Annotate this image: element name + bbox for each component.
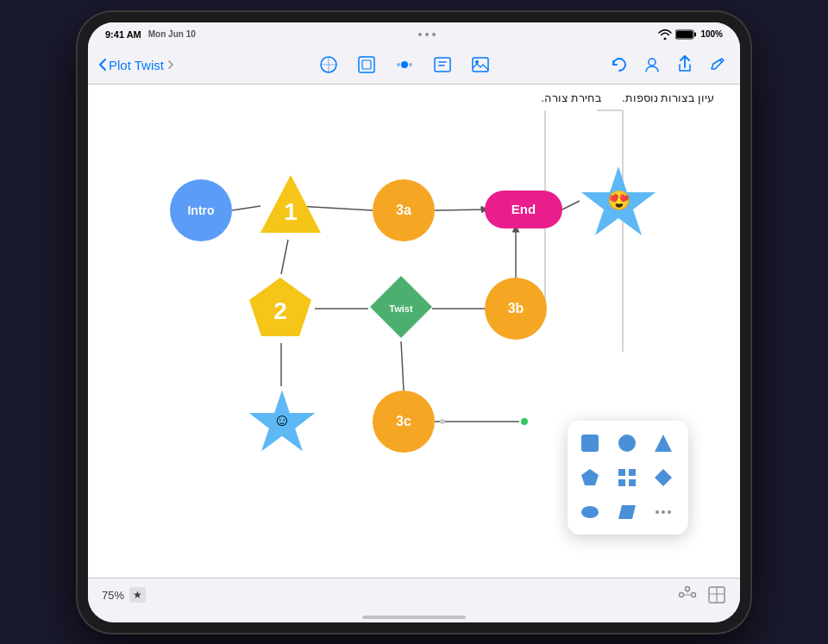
image-tool-button[interactable] [468,53,492,77]
more-picker-icon [653,502,674,522]
shape-picker-square[interactable] [576,429,604,457]
status-center [418,33,436,36]
svg-line-21 [281,240,288,274]
zoom-icon: ★ [133,589,142,601]
triangle-shape: 1 [256,171,325,240]
connection-dot-gray [440,419,445,424]
zoom-controls[interactable]: 75% ★ [102,587,146,603]
node3c-circle[interactable]: 3c [373,391,435,453]
svg-rect-41 [629,469,636,476]
shape-picker-more[interactable] [649,498,677,526]
svg-line-26 [401,341,404,391]
svg-point-6 [401,61,408,68]
intro-label: Intro [187,203,214,217]
ipad-screen: 9:41 AM Mon Jun 10 [88,22,740,622]
svg-rect-4 [359,57,374,72]
3c-label: 3c [396,414,411,429]
svg-point-47 [656,510,659,514]
pentagon-shape: 2 [246,274,315,343]
end-label: End [511,202,536,216]
svg-point-8 [409,63,412,66]
status-left: 9:41 AM Mon Jun 10 [105,29,196,40]
star-right-node[interactable]: 😍 [580,162,657,240]
edit-icon [708,55,727,74]
wifi-icon [658,29,672,40]
svg-line-19 [435,209,485,210]
annotation-right: עיון בצורות נוספות. [622,91,714,105]
svg-point-37 [618,435,636,452]
layout-icon[interactable] [707,585,726,604]
canvas-area[interactable]: עיון בצורות נוספות. בחירת צורה. [88,84,740,578]
node3a-circle[interactable]: 3a [373,179,435,241]
back-chevron-icon [98,58,107,72]
svg-text:2: 2 [273,297,287,324]
edit-button[interactable] [706,53,730,77]
node1-triangle[interactable]: 1 [256,171,325,240]
svg-point-7 [397,63,400,66]
bottom-bar: 75% ★ [88,578,740,612]
collab-button[interactable] [640,53,664,77]
triangle-picker-icon [653,433,674,453]
star-left-node[interactable]: ☺️ [248,386,317,455]
status-bar: 9:41 AM Mon Jun 10 [88,22,740,47]
3b-label: 3b [508,301,524,316]
svg-rect-1 [694,32,696,36]
intro-node[interactable]: Intro [170,179,232,241]
zoom-percentage: 75% [102,589,124,602]
svg-point-48 [662,510,665,514]
svg-rect-43 [629,479,636,486]
toolbar-left: Plot Twist [98,58,202,72]
svg-rect-42 [618,479,625,486]
battery-pct: 100% [700,29,723,39]
svg-text:1: 1 [284,198,298,225]
3a-label: 3a [396,203,411,218]
share-icon [675,55,694,74]
status-right: 100% [658,29,723,40]
svg-rect-9 [435,58,450,72]
connect-icon[interactable] [678,585,697,604]
twist-diamond[interactable]: Twist [368,274,434,340]
grid-picker-icon [617,467,637,488]
frame-tool-button[interactable] [354,53,379,77]
time: 9:41 AM [105,29,141,40]
shape-picker-popup[interactable] [568,421,688,535]
home-indicator [362,616,466,619]
frame-icon [357,55,376,74]
end-node[interactable]: End [485,191,562,228]
svg-rect-36 [581,435,599,452]
diamond-picker-icon [653,467,674,488]
shape-picker-circle[interactable] [613,429,641,457]
shape-picker-diamond[interactable] [649,464,677,491]
back-button[interactable]: Plot Twist [98,58,176,72]
shape-picker-parallelogram[interactable] [613,498,641,526]
shape-picker-pentagon[interactable] [576,464,604,491]
shape-tool-button[interactable] [317,53,341,77]
annotation-left: בחירת צורה. [542,91,603,105]
node3b-circle[interactable]: 3b [485,278,547,340]
ipad-frame: 9:41 AM Mon Jun 10 [78,12,750,633]
undo-button[interactable] [607,53,631,77]
object-icon [395,55,414,74]
svg-marker-38 [655,435,672,452]
svg-rect-5 [362,60,371,69]
object-tool-button[interactable] [392,53,417,77]
battery-icon [675,29,697,40]
shape-picker-ellipse[interactable] [576,498,604,526]
shape-picker-triangle[interactable] [649,429,677,457]
svg-rect-10 [473,58,488,72]
share-button[interactable] [673,53,697,77]
text-icon [433,55,452,74]
node2-pentagon[interactable]: 2 [246,274,315,343]
text-tool-button[interactable] [430,53,455,77]
svg-point-45 [581,506,599,518]
svg-point-12 [649,59,656,66]
title-chevron-icon [167,59,176,70]
svg-line-20 [562,201,580,209]
svg-point-51 [692,593,696,597]
shape-picker-grid[interactable] [613,464,641,491]
circle-picker-icon [617,433,637,453]
toolbar-right [607,53,730,77]
zoom-badge[interactable]: ★ [129,587,146,603]
date: Mon Jun 10 [148,29,196,39]
svg-marker-44 [655,469,672,486]
